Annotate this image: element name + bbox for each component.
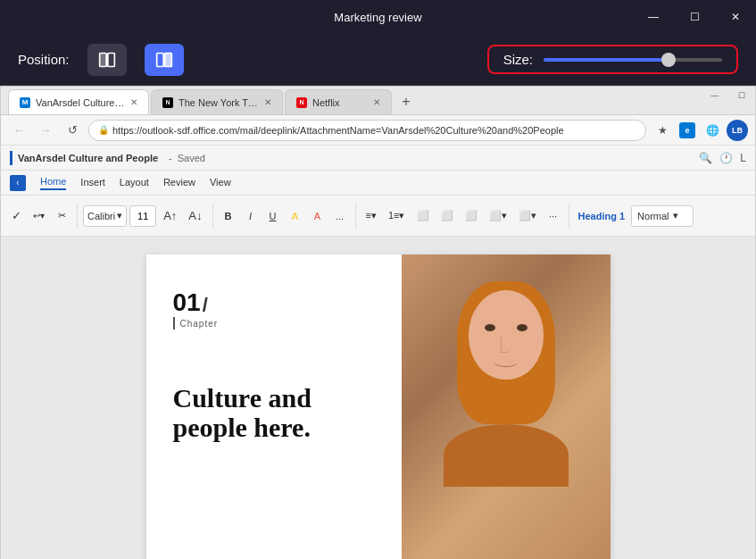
font-name: Calibri xyxy=(87,211,115,221)
numbered-list-btn[interactable]: 1≡▾ xyxy=(384,204,410,229)
doc-right-column: LB xyxy=(402,254,611,559)
font-family-dropdown[interactable]: Calibri ▾ xyxy=(83,205,127,227)
spacing-btn[interactable]: ⬜▾ xyxy=(514,204,541,229)
document-page: 01 / Chapter Culture and people here. xyxy=(146,254,611,559)
word-history-icon[interactable]: 🕐 xyxy=(719,152,733,164)
nav-back-button[interactable]: ← xyxy=(8,120,29,141)
mouth xyxy=(494,358,518,367)
align-left-btn[interactable]: ⬜ xyxy=(412,204,434,229)
word-tab-layout[interactable]: Layout xyxy=(120,177,149,189)
browser-tab-netflix[interactable]: N Netflix ✕ xyxy=(285,89,392,114)
word-search-icon[interactable]: 🔍 xyxy=(699,152,712,164)
undo-dropdown[interactable]: ↩▾ xyxy=(29,204,49,229)
size-slider-thumb[interactable] xyxy=(661,53,676,67)
font-color-btn[interactable]: A xyxy=(308,204,328,229)
size-slider-track[interactable] xyxy=(544,58,722,62)
person-face xyxy=(453,272,560,469)
shoulders xyxy=(444,424,569,487)
window-controls: — ☐ ✕ xyxy=(633,0,756,34)
align-center-btn[interactable]: ⬜ xyxy=(436,204,458,229)
word-back-button[interactable]: ‹ xyxy=(10,175,26,191)
sep3 xyxy=(355,204,356,229)
word-tab-home[interactable]: Home xyxy=(40,176,66,190)
tab-close-netflix[interactable]: ✕ xyxy=(373,97,380,107)
eye-right xyxy=(517,324,528,331)
word-share-icon[interactable]: L xyxy=(740,152,746,164)
doc-left-column: 01 / Chapter Culture and people here. xyxy=(146,254,402,559)
nose xyxy=(501,337,511,353)
tab-label-vanarsed: VanArsdel Culture and peo... xyxy=(36,97,125,108)
underline-btn[interactable]: U xyxy=(263,204,283,229)
svg-rect-1 xyxy=(107,53,114,66)
word-tab-review[interactable]: Review xyxy=(163,177,195,189)
more-format-btn[interactable]: ... xyxy=(330,204,350,229)
svg-rect-3 xyxy=(164,53,171,66)
chapter-label: Chapter xyxy=(180,319,219,329)
word-tab-insert[interactable]: Insert xyxy=(80,177,105,189)
font-group: Calibri ▾ 11 A↑ A↓ xyxy=(83,204,207,229)
word-content-area: 01 / Chapter Culture and people here. xyxy=(1,237,755,559)
browser-maximize[interactable]: ☐ xyxy=(728,87,755,104)
minimize-button[interactable]: — xyxy=(633,0,674,34)
title-bar: Marketing review — ☐ ✕ xyxy=(0,0,756,34)
new-tab-button[interactable]: + xyxy=(394,89,419,114)
svg-rect-0 xyxy=(99,53,106,66)
sep1 xyxy=(77,204,78,229)
tab-close-nyt[interactable]: ✕ xyxy=(264,97,271,107)
style-normal-dropdown[interactable]: Normal ▾ xyxy=(631,205,694,227)
tab-close-vanarsed[interactable]: ✕ xyxy=(130,97,137,107)
nav-forward-button[interactable]: → xyxy=(35,120,56,141)
user-avatar-nav[interactable]: LB xyxy=(727,120,748,141)
save-btn[interactable]: ✓ xyxy=(6,204,26,229)
chapter-slash: / xyxy=(203,296,208,315)
font-size-box[interactable]: 11 xyxy=(129,205,156,227)
quick-access-group: ✓ ↩▾ ✂ xyxy=(6,204,71,229)
doc-main-text: Culture and people here. xyxy=(173,383,375,442)
align-right-btn[interactable]: ⬜ xyxy=(461,204,482,229)
address-url: https://outlook-sdf.office.com/mail/deep… xyxy=(112,125,564,136)
extensions-icon[interactable]: e xyxy=(677,120,698,141)
browser-tabs-bar: M VanArsdel Culture and peo... ✕ N The N… xyxy=(1,87,755,115)
browser-window-controls: — ☐ xyxy=(702,87,755,104)
person-figure xyxy=(453,272,560,469)
italic-btn[interactable]: I xyxy=(241,204,261,229)
tab-label-netflix: Netflix xyxy=(312,97,340,108)
highlight-btn[interactable]: A xyxy=(286,204,305,229)
tab-favicon-netflix: N xyxy=(296,97,307,108)
maximize-button[interactable]: ☐ xyxy=(674,0,715,34)
indent-btn[interactable]: ⬜▾ xyxy=(485,204,511,229)
svg-rect-2 xyxy=(156,53,163,66)
browser-tab-nyt[interactable]: N The New York Times ✕ xyxy=(151,89,283,114)
more-para-btn[interactable]: ··· xyxy=(544,204,563,229)
address-bar[interactable]: 🔒 https://outlook-sdf.office.com/mail/de… xyxy=(88,120,646,141)
close-button[interactable]: ✕ xyxy=(715,0,756,34)
toolbar: Position: Size: xyxy=(0,34,756,86)
word-application: VanArsdel Culture and People - Saved 🔍 🕐… xyxy=(1,146,755,559)
tab-label-nyt: The New York Times xyxy=(179,97,259,108)
browser-tab-vanarsed[interactable]: M VanArsdel Culture and peo... ✕ xyxy=(8,89,149,114)
edge-icon-bg: e xyxy=(679,122,695,138)
browser-window: M VanArsdel Culture and peo... ✕ N The N… xyxy=(0,86,756,559)
sep2 xyxy=(212,204,213,229)
format-group: B I U A A ... xyxy=(219,204,350,229)
bold-btn[interactable]: B xyxy=(219,204,238,229)
font-size-down-btn[interactable]: A↓ xyxy=(184,204,206,229)
nav-refresh-button[interactable]: ↺ xyxy=(62,120,83,141)
position-left-button[interactable] xyxy=(87,44,127,76)
favorites-icon[interactable]: ★ xyxy=(652,120,673,141)
size-label: Size: xyxy=(503,52,533,67)
word-tab-view[interactable]: View xyxy=(210,177,231,189)
font-size-up-btn[interactable]: A↑ xyxy=(159,204,181,229)
tab-favicon-mail: M xyxy=(20,97,30,108)
chapter-line: Chapter xyxy=(173,317,375,330)
position-right-button[interactable] xyxy=(145,44,184,76)
word-title-bar: VanArsdel Culture and People - Saved 🔍 🕐… xyxy=(1,146,755,171)
heading1-label[interactable]: Heading 1 xyxy=(575,211,629,221)
style-normal-val: Normal xyxy=(637,211,669,221)
browser-minimize[interactable]: — xyxy=(702,87,728,104)
scissors-btn[interactable]: ✂ xyxy=(52,204,71,229)
word-doc-info: VanArsdel Culture and People - Saved xyxy=(10,151,205,165)
list-btn[interactable]: ≡▾ xyxy=(361,204,381,229)
translate-icon[interactable]: 🌐 xyxy=(702,120,723,141)
paragraph-group: ≡▾ 1≡▾ ⬜ ⬜ ⬜ ⬜▾ ⬜▾ ··· xyxy=(361,204,563,229)
